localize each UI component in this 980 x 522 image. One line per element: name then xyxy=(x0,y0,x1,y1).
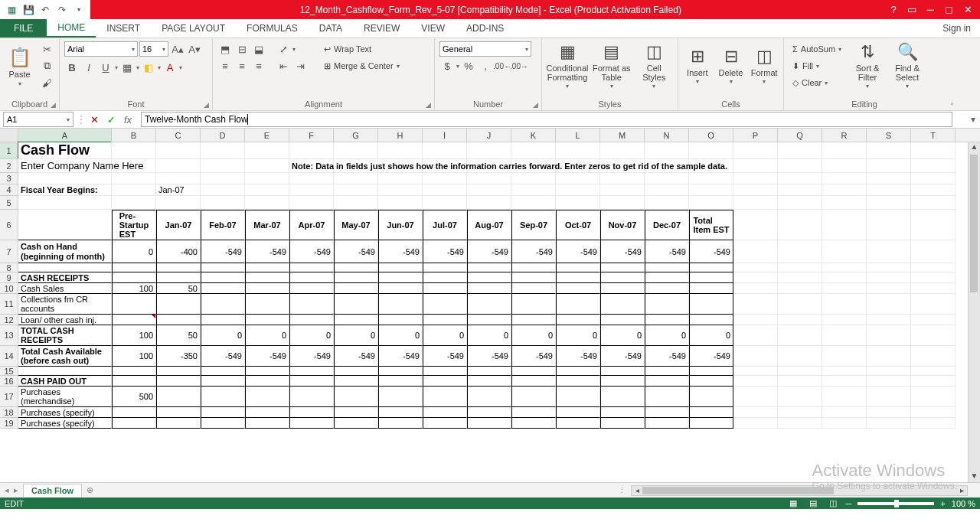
cell-P3[interactable] xyxy=(733,173,778,184)
cell-D13[interactable]: 0 xyxy=(201,325,245,346)
cell-J6[interactable]: Aug-07 xyxy=(467,210,511,240)
row-header-11[interactable]: 11 xyxy=(0,294,18,315)
cell-D9[interactable] xyxy=(201,272,245,283)
cell-O18[interactable] xyxy=(689,407,733,418)
sheet-nav-prev[interactable]: ◂ xyxy=(5,485,9,495)
cell-I18[interactable] xyxy=(423,407,467,418)
cell-L17[interactable] xyxy=(556,387,600,407)
cell-R15[interactable] xyxy=(822,367,867,376)
cell-C6[interactable]: Jan-07 xyxy=(156,210,201,240)
row-header-6[interactable]: 6 xyxy=(0,210,18,240)
cell-J15[interactable] xyxy=(467,367,511,376)
cell-E16[interactable] xyxy=(245,376,289,387)
cell-F11[interactable] xyxy=(289,294,334,315)
percent-button[interactable]: % xyxy=(461,58,476,73)
cell-G8[interactable] xyxy=(334,263,378,272)
col-header-Q[interactable]: Q xyxy=(778,129,822,142)
align-center-button[interactable]: ≡ xyxy=(234,58,250,73)
cell-R6[interactable] xyxy=(822,210,867,240)
spreadsheet-grid[interactable]: ABCDEFGHIJKLMNOPQRST 1Cash Flow2Enter Co… xyxy=(0,129,980,482)
cell-R4[interactable] xyxy=(822,184,867,196)
decrease-decimal-button[interactable]: .00→ xyxy=(511,58,527,73)
cell-C10[interactable]: 50 xyxy=(156,283,201,294)
cell-C1[interactable] xyxy=(156,142,201,159)
cell-L9[interactable] xyxy=(556,272,600,283)
cell-S19[interactable] xyxy=(867,418,911,429)
scroll-down-button[interactable]: ▼ xyxy=(969,471,980,482)
cell-S1[interactable] xyxy=(867,142,911,159)
cell-B13[interactable]: 100 xyxy=(112,325,156,346)
cell-I9[interactable] xyxy=(423,272,467,283)
cell-G6[interactable]: May-07 xyxy=(334,210,378,240)
cell-N8[interactable] xyxy=(645,263,689,272)
row-header-16[interactable]: 16 xyxy=(0,376,18,387)
cell-N9[interactable] xyxy=(645,272,689,283)
cell-E15[interactable] xyxy=(245,367,289,376)
cell-A18[interactable]: Purchases (specify) xyxy=(18,407,112,418)
cell-J12[interactable] xyxy=(467,315,511,325)
vertical-scrollbar[interactable]: ▲ ▼ xyxy=(968,142,980,482)
row-header-9[interactable]: 9 xyxy=(0,272,18,283)
cell-M3[interactable] xyxy=(600,173,645,184)
sheet-tab-cashflow[interactable]: Cash Flow xyxy=(23,484,82,497)
sign-in-link[interactable]: Sign in xyxy=(942,19,980,38)
cell-B16[interactable] xyxy=(112,376,156,387)
cell-D17[interactable] xyxy=(201,387,245,407)
zoom-value[interactable]: 100 % xyxy=(952,499,975,508)
cell-K15[interactable] xyxy=(511,367,556,376)
cell-R3[interactable] xyxy=(822,173,867,184)
cell-J11[interactable] xyxy=(467,294,511,315)
cell-K4[interactable] xyxy=(511,184,556,196)
cell-K17[interactable] xyxy=(511,387,556,407)
tab-review[interactable]: REVIEW xyxy=(353,19,410,38)
cell-G12[interactable] xyxy=(334,315,378,325)
font-color-button[interactable]: A xyxy=(162,60,178,75)
cell-J14[interactable]: -549 xyxy=(467,346,511,367)
cancel-formula-button[interactable]: ✕ xyxy=(86,111,103,128)
normal-view-button[interactable]: ▦ xyxy=(786,498,800,509)
cell-G18[interactable] xyxy=(334,407,378,418)
cell-O12[interactable] xyxy=(689,315,733,325)
shrink-font-button[interactable]: A▾ xyxy=(187,41,202,57)
cell-O14[interactable]: -549 xyxy=(689,346,733,367)
cell-H15[interactable] xyxy=(378,367,423,376)
cell-H17[interactable] xyxy=(378,387,423,407)
col-header-F[interactable]: F xyxy=(289,129,334,142)
cell-C5[interactable] xyxy=(156,196,201,210)
cell-A15[interactable] xyxy=(18,367,112,376)
cell-D8[interactable] xyxy=(201,263,245,272)
cell-N17[interactable] xyxy=(645,387,689,407)
cell-E11[interactable] xyxy=(245,294,289,315)
cell-T3[interactable] xyxy=(911,173,956,184)
enter-formula-button[interactable]: ✓ xyxy=(103,111,119,128)
maximize-button[interactable]: ◻ xyxy=(945,4,953,15)
cell-O9[interactable] xyxy=(689,272,733,283)
format-cells-button[interactable]: ◫Format▾ xyxy=(750,41,779,92)
cell-M4[interactable] xyxy=(600,184,645,196)
autosum-button[interactable]: ΣAutoSum▾ xyxy=(789,41,845,57)
cell-A10[interactable]: Cash Sales xyxy=(18,283,112,294)
page-layout-view-button[interactable]: ▤ xyxy=(806,498,820,509)
cell-I19[interactable] xyxy=(423,418,467,429)
cell-S4[interactable] xyxy=(867,184,911,196)
cell-P18[interactable] xyxy=(733,407,778,418)
borders-button[interactable]: ▦ xyxy=(119,60,135,75)
cell-S7[interactable] xyxy=(867,240,911,263)
cell-P7[interactable] xyxy=(733,240,778,263)
cell-R10[interactable] xyxy=(822,283,867,294)
cell-D18[interactable] xyxy=(201,407,245,418)
cell-N1[interactable] xyxy=(645,142,689,159)
cell-I1[interactable] xyxy=(423,142,467,159)
cell-O17[interactable] xyxy=(689,387,733,407)
cell-G9[interactable] xyxy=(334,272,378,283)
cell-I14[interactable]: -549 xyxy=(423,346,467,367)
cell-A2[interactable]: Enter Company Name Here xyxy=(18,159,112,173)
scroll-right-button[interactable]: ▸ xyxy=(956,486,967,495)
cell-E17[interactable] xyxy=(245,387,289,407)
col-header-O[interactable]: O xyxy=(689,129,733,142)
cell-R7[interactable] xyxy=(822,240,867,263)
cell-R8[interactable] xyxy=(822,263,867,272)
cell-E6[interactable]: Mar-07 xyxy=(245,210,289,240)
cell-A6[interactable] xyxy=(18,210,112,240)
cell-Q4[interactable] xyxy=(778,184,822,196)
